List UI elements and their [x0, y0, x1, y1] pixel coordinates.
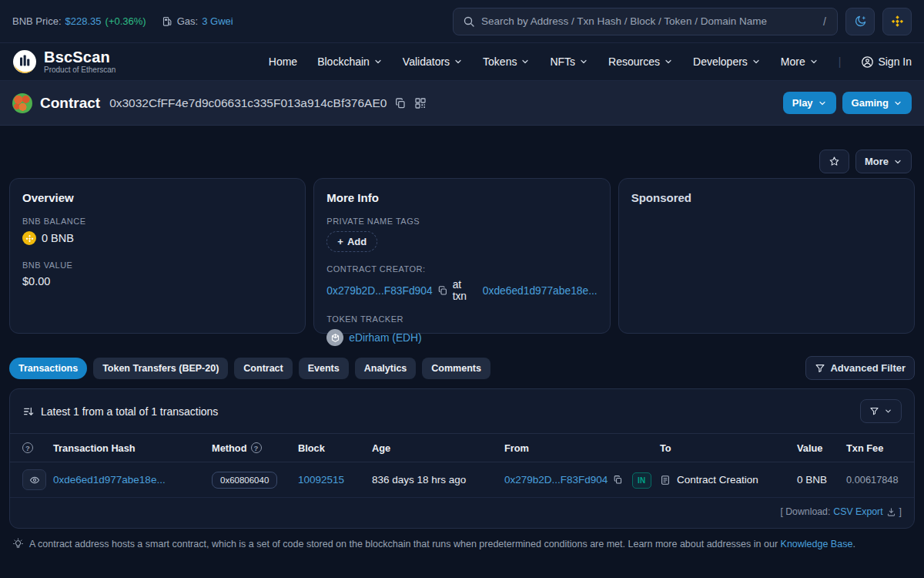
chevron-down-icon [373, 57, 383, 66]
preview-txn-button[interactable] [22, 469, 46, 490]
user-icon [861, 55, 874, 69]
nav-item-blockchain[interactable]: Blockchain [317, 55, 383, 68]
tab-transactions[interactable]: Transactions [9, 358, 87, 379]
copy-address-icon[interactable] [394, 97, 407, 109]
bnb-price-label: BNB Price: [12, 15, 62, 27]
add-name-tag-button[interactable]: + Add [326, 231, 377, 252]
tab-comments[interactable]: Comments [422, 358, 490, 379]
tab-events[interactable]: Events [299, 358, 349, 379]
contract-header: Contract 0x3032CfFF4e7d9c06631c335F013a9… [0, 81, 924, 126]
table-row: 0xde6ed1d977abe18e... 0x60806040 1009251… [10, 462, 914, 498]
brand-name: BscScan [44, 49, 116, 66]
page-title: Contract [40, 95, 100, 112]
bnb-price-change: (+0.36%) [105, 15, 146, 27]
col-age-toggle[interactable]: Age [372, 442, 504, 454]
nav-item-nfts[interactable]: NFTs [550, 55, 588, 68]
bnb-price-value[interactable]: $228.35 [65, 15, 102, 27]
actions-row: More [12, 150, 912, 173]
col-txn-fee-toggle[interactable]: Txn Fee [846, 442, 902, 454]
tab-token-transfers[interactable]: Token Transfers (BEP-20) [93, 358, 228, 379]
brand-logo[interactable]: BscScan Product of Etherscan [12, 49, 116, 75]
chevron-down-icon [664, 57, 673, 66]
star-icon [829, 156, 840, 167]
nav-item-resources[interactable]: Resources [608, 55, 673, 68]
gas-tracker: Gas: 3 Gwei [162, 15, 233, 27]
network-button[interactable] [882, 8, 912, 35]
creation-txn-link[interactable]: 0xde6ed1d977abe18e... [483, 285, 598, 297]
lightbulb-icon [12, 538, 24, 549]
gas-pump-icon [162, 15, 173, 27]
method-help-icon[interactable]: ? [251, 442, 262, 453]
col-block: Block [298, 442, 372, 454]
direction-badge: IN [632, 472, 651, 489]
copy-from-icon[interactable] [613, 475, 623, 485]
search-shortcut-hint: / [822, 15, 828, 28]
filter-funnel-icon [815, 363, 825, 374]
creator-address-link[interactable]: 0x279b2D...F83Fd904 [326, 285, 432, 297]
download-prefix: [ Download: [780, 506, 830, 517]
help-icon[interactable]: ? [22, 442, 33, 453]
bnb-value-label: BNB VALUE [22, 260, 293, 270]
note-suffix: . [852, 539, 855, 549]
method-badge: 0x60806040 [212, 472, 277, 489]
knowledge-base-link[interactable]: Knowledge Base [781, 539, 853, 549]
copy-creator-icon[interactable] [437, 285, 448, 296]
col-from: From [504, 442, 632, 454]
gaming-button[interactable]: Gaming [842, 92, 912, 114]
chevron-down-icon [818, 99, 827, 108]
more-options-button[interactable]: More [855, 150, 912, 173]
download-icon [886, 507, 896, 517]
col-method: Method? [212, 442, 298, 454]
to-cell-text: Contract Creation [677, 474, 758, 486]
sign-in-button[interactable]: Sign In [861, 55, 912, 69]
chevron-down-icon [454, 57, 463, 66]
qr-code-icon[interactable] [414, 97, 427, 109]
eye-icon [29, 475, 40, 486]
gas-value[interactable]: 3 Gwei [202, 15, 233, 27]
filter-funnel-icon [869, 406, 879, 416]
advanced-filter-button[interactable]: Advanced Filter [805, 356, 915, 380]
from-address-link[interactable]: 0x279b2D...F83Fd904 [504, 474, 608, 486]
nav-item-validators[interactable]: Validators [403, 55, 463, 68]
chevron-down-icon [579, 57, 588, 66]
note-text: A contract address hosts a smart contrac… [29, 539, 778, 549]
theme-toggle-button[interactable] [845, 8, 875, 35]
transactions-summary: Latest 1 from a total of 1 transactions [41, 405, 218, 418]
nav-item-developers[interactable]: Developers [693, 55, 761, 68]
private-name-tags-label: PRIVATE NAME TAGS [326, 217, 597, 226]
tab-analytics[interactable]: Analytics [355, 358, 417, 379]
tabs-row: Transactions Token Transfers (BEP-20) Co… [9, 356, 915, 380]
table-filter-button[interactable] [860, 399, 902, 423]
token-tracker-label: TOKEN TRACKER [326, 314, 597, 324]
nav-item-home[interactable]: Home [269, 55, 297, 68]
chevron-down-icon [521, 57, 530, 66]
chevron-down-icon [884, 407, 892, 415]
block-link[interactable]: 10092515 [298, 474, 344, 486]
token-tracker-link[interactable]: eDirham (EDH) [349, 332, 421, 344]
nav-item-more[interactable]: More [781, 55, 819, 68]
col-transaction-hash: Transaction Hash [53, 442, 212, 454]
search-input[interactable] [481, 15, 815, 27]
tab-contract[interactable]: Contract [234, 358, 292, 379]
overview-card: Overview BNB BALANCE 0 BNB BNB VALUE $0.… [9, 178, 306, 334]
contract-creator-label: CONTRACT CREATOR: [326, 264, 597, 274]
info-note: A contract address hosts a smart contrac… [12, 538, 912, 549]
nav-item-tokens[interactable]: Tokens [483, 55, 530, 68]
csv-export-link[interactable]: CSV Export [833, 506, 882, 517]
txn-hash-link[interactable]: 0xde6ed1d977abe18e... [53, 474, 166, 486]
search-icon [463, 15, 475, 28]
moon-icon [854, 15, 867, 28]
col-to: To [660, 442, 797, 454]
gas-label: Gas: [177, 15, 198, 27]
bscscan-logo-icon [12, 49, 37, 74]
plus-icon: + [337, 236, 343, 247]
info-cards: Overview BNB BALANCE 0 BNB BNB VALUE $0.… [9, 178, 915, 334]
bnb-coin-icon [22, 231, 36, 245]
favorite-star-button[interactable] [819, 150, 849, 173]
contract-address: 0x3032CfFF4e7d9c06631c335F013a914cBf376A… [109, 96, 387, 110]
bnb-balance-value: 0 BNB [42, 232, 74, 244]
search-bar[interactable]: / [453, 8, 838, 35]
col-value: Value [797, 442, 846, 454]
sort-filter-icon [22, 405, 35, 418]
play-button[interactable]: Play [783, 92, 836, 114]
